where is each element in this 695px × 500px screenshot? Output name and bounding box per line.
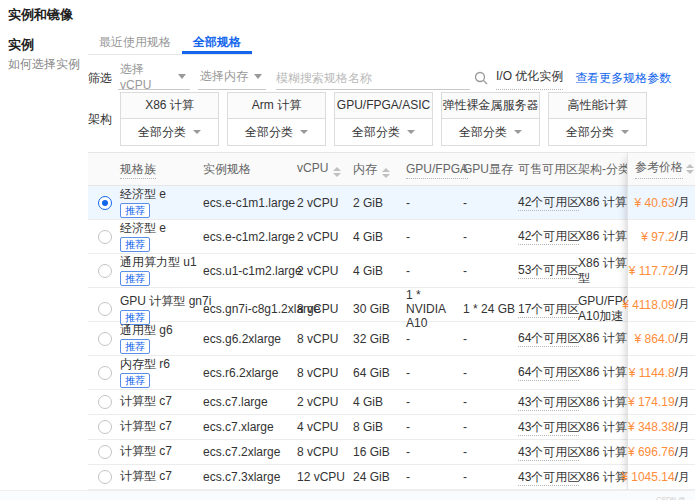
price-cell: ¥ 174.19/月 xyxy=(628,390,695,415)
page-title: 实例和镜像 xyxy=(8,6,73,24)
spec-family-value: GPU 计算型 gn7i xyxy=(120,294,199,308)
table-row[interactable]: 内存型 r6 推荐 ecs.r6.2xlarge 8 vCPU 64 GiB -… xyxy=(88,356,695,390)
row-radio[interactable] xyxy=(98,196,112,210)
vcpu-value: 2 vCPU xyxy=(293,264,349,278)
table-row[interactable]: 计算型 c7 ecs.c7.xlarge 4 vCPU 8 GiB - - 43… xyxy=(88,415,695,440)
arch-category-value: 全部分类 xyxy=(459,124,507,141)
table-footer-strip: CSDN @... xyxy=(0,490,695,500)
zones-value: 64个可用区 xyxy=(518,331,579,347)
row-radio[interactable] xyxy=(98,264,112,278)
recommend-badge: 推荐 xyxy=(120,339,150,354)
col-vcpu: vCPU xyxy=(297,161,328,175)
arch-baremetal-button[interactable]: 弹性裸金属服务器 xyxy=(442,93,539,119)
recommend-badge: 推荐 xyxy=(120,373,150,388)
search-icon[interactable] xyxy=(474,71,488,85)
sort-price-icon[interactable] xyxy=(686,164,694,174)
row-radio[interactable] xyxy=(98,230,112,244)
arch-gpu-category-select[interactable]: 全部分类 xyxy=(335,119,432,145)
spec-family-value: 内存型 r6 xyxy=(120,357,199,371)
vcpu-value: 2 vCPU xyxy=(293,395,349,409)
memory-select[interactable]: 选择内存 xyxy=(198,66,266,90)
arch-x86-button[interactable]: X86 计算 xyxy=(121,93,218,119)
table-row[interactable]: 计算型 c7 ecs.c7.3xlarge 12 vCPU 24 GiB - -… xyxy=(88,465,695,490)
table-row[interactable]: 通用型 g6 推荐 ecs.g6.2xlarge 8 vCPU 32 GiB -… xyxy=(88,322,695,356)
price-cell: ¥ 1144.8/月 xyxy=(628,356,695,390)
col-instance-spec: 实例规格 xyxy=(199,161,293,178)
vcpu-select[interactable]: 选择 vCPU xyxy=(118,66,190,90)
watermark: CSDN @... xyxy=(656,495,695,500)
memory-value: 4 GiB xyxy=(349,264,402,278)
col-zones: 可售可用区 xyxy=(514,161,574,178)
memory-value: 4 GiB xyxy=(349,230,402,244)
spec-tabs: 最近使用规格 全部规格 xyxy=(88,32,252,55)
table-row[interactable]: 经济型 e 推荐 ecs.e-c1m1.large 2 vCPU 2 GiB -… xyxy=(88,186,695,220)
instance-spec-value: ecs.c7.large xyxy=(199,395,293,409)
arch-group-x86: X86 计算 全部分类 xyxy=(120,92,219,146)
zones-value: 43个可用区 xyxy=(518,395,579,411)
row-radio[interactable] xyxy=(98,445,112,459)
col-reference-price-label: 参考价格 xyxy=(635,159,683,179)
gpu-value: - xyxy=(402,445,459,459)
vcpu-value: 2 vCPU xyxy=(293,230,349,244)
row-radio[interactable] xyxy=(98,470,112,484)
price-cell: ¥ 696.76/月 xyxy=(628,440,695,465)
sort-memory-icon[interactable] xyxy=(382,168,390,178)
vcpu-value: 2 vCPU xyxy=(293,196,349,210)
row-radio[interactable] xyxy=(98,302,112,316)
gpu-value: - xyxy=(402,332,459,346)
price-value: ¥ 1144.8 xyxy=(629,366,675,380)
price-cell: ¥ 117.72/月 xyxy=(628,254,695,288)
table-row[interactable]: 经济型 e 推荐 ecs.e-c1m2.large 2 vCPU 4 GiB -… xyxy=(88,220,695,254)
arch-hpc-button[interactable]: 高性能计算 xyxy=(549,93,646,119)
row-radio[interactable] xyxy=(98,332,112,346)
memory-value: 8 GiB xyxy=(349,420,402,434)
price-cells: ¥ 40.63/月¥ 97.2/月¥ 117.72/月¥ 4118.09/月¥ … xyxy=(628,186,695,490)
spec-search-input[interactable] xyxy=(276,66,470,89)
memory-value: 64 GiB xyxy=(349,366,402,380)
gpu-value: 1 * NVIDIA A10 xyxy=(402,288,459,330)
how-to-choose-instance-link[interactable]: 如何选择实例 xyxy=(8,56,80,73)
table-row[interactable]: 通用算力型 u1 推荐 ecs.u1-c1m2.large 2 vCPU 4 G… xyxy=(88,254,695,288)
gpu-memory-value: - xyxy=(459,332,514,346)
memory-value: 4 GiB xyxy=(349,395,402,409)
gpu-memory-value: - xyxy=(459,196,514,210)
chevron-down-icon xyxy=(300,130,308,134)
arch-gpu-button[interactable]: GPU/FPGA/ASIC xyxy=(335,93,432,119)
instance-spec-value: ecs.gn7i-c8g1.2xlarge xyxy=(199,302,293,316)
gpu-memory-value: - xyxy=(459,445,514,459)
gpu-memory-value: - xyxy=(459,470,514,484)
filter-bar: 筛选 选择 vCPU 选择内存 I/O 优化实例 查看更多规格参数 xyxy=(88,64,671,90)
tab-all-specs[interactable]: 全部规格 xyxy=(182,32,252,54)
arch-arm-button[interactable]: Arm 计算 xyxy=(228,93,325,119)
spec-family-value: 计算型 c7 xyxy=(120,419,199,433)
instance-spec-value: ecs.c7.xlarge xyxy=(199,420,293,434)
instance-spec-value: ecs.r6.2xlarge xyxy=(199,366,293,380)
price-cell: ¥ 864.0/月 xyxy=(628,322,695,356)
tab-recent-specs[interactable]: 最近使用规格 xyxy=(88,32,182,54)
arch-hpc-category-select[interactable]: 全部分类 xyxy=(549,119,646,145)
col-gpu-memory: GPU显存 xyxy=(459,161,514,178)
price-value: ¥ 696.76 xyxy=(628,445,675,459)
price-unit: /月 xyxy=(675,330,690,347)
more-spec-params-link[interactable]: 查看更多规格参数 xyxy=(575,66,671,90)
table-row[interactable]: 计算型 c7 ecs.c7.2xlarge 8 vCPU 16 GiB - - … xyxy=(88,440,695,465)
arch-baremetal-category-select[interactable]: 全部分类 xyxy=(442,119,539,145)
arch-group-arm: Arm 计算 全部分类 xyxy=(227,92,326,146)
price-value: ¥ 4118.09 xyxy=(622,298,675,312)
row-radio[interactable] xyxy=(98,395,112,409)
chevron-down-icon xyxy=(407,130,415,134)
table-row[interactable]: 计算型 c7 ecs.c7.large 2 vCPU 4 GiB - - 43个… xyxy=(88,390,695,415)
row-radio[interactable] xyxy=(98,420,112,434)
arch-arm-category-select[interactable]: 全部分类 xyxy=(228,119,325,145)
arch-x86-category-select[interactable]: 全部分类 xyxy=(121,119,218,145)
table-row[interactable]: GPU 计算型 gn7i 推荐 ecs.gn7i-c8g1.2xlarge 8 … xyxy=(88,288,695,322)
price-value: ¥ 40.63 xyxy=(635,196,675,210)
price-value: ¥ 117.72 xyxy=(629,264,675,278)
row-radio[interactable] xyxy=(98,366,112,380)
zones-value: 42个可用区 xyxy=(518,195,579,211)
section-title-instance: 实例 xyxy=(8,36,34,54)
instance-spec-value: ecs.c7.3xlarge xyxy=(199,470,293,484)
price-unit: /月 xyxy=(675,419,690,436)
spec-family-value: 通用型 g6 xyxy=(120,323,199,337)
sort-vcpu-icon[interactable] xyxy=(333,167,341,177)
